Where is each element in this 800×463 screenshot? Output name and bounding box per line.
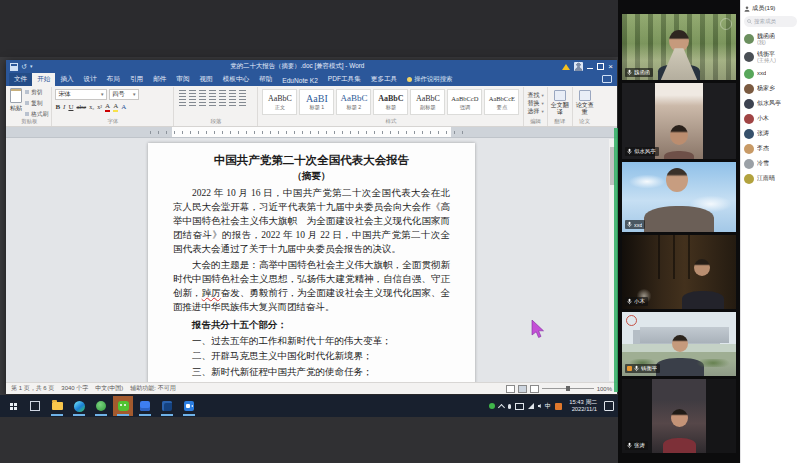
copy-button[interactable]: 复制 [25,99,48,108]
page-indicator[interactable]: 第 1 页，共 6 页 [11,384,54,393]
cut-button[interactable]: 剪切 [25,88,48,97]
paragraph-tool-icon[interactable] [239,99,246,106]
tray-display-icon[interactable] [515,403,524,410]
paragraph-tool-icon[interactable] [179,90,186,97]
video-tile[interactable]: xxd [622,162,736,232]
wechat-button[interactable] [113,396,133,416]
style-chip-2[interactable]: AaBbC标题 2 [336,89,371,115]
paragraph-tool-icon[interactable] [229,99,236,106]
participant-row[interactable]: 杨家乡 [741,81,800,96]
paragraph-tool-icon[interactable] [219,99,226,106]
file-explorer-button[interactable] [47,396,67,416]
language-indicator[interactable]: 中文(中国) [95,384,123,393]
web-layout-icon[interactable] [530,385,539,393]
font-size-select[interactable]: 四号▼ [109,89,139,100]
style-chip-1[interactable]: AaBI标题 1 [299,89,334,115]
font-btn-1[interactable]: I [63,103,65,111]
restore-button[interactable] [597,63,604,70]
font-btn-2[interactable]: U [68,103,73,111]
video-tile[interactable]: 魏函函 [622,14,736,80]
qq-button[interactable] [157,396,177,416]
ribbon-tab-6[interactable]: 邮件 [148,73,171,86]
video-tile[interactable]: 小木 [622,235,736,309]
video-tile[interactable]: 似水风亭 [622,83,736,159]
save-icon[interactable] [10,63,18,71]
video-tile[interactable]: 张涛 [622,379,736,453]
video-tile[interactable]: 钱衡平 [622,312,736,376]
paragraph-tool-icon[interactable] [209,90,216,97]
search-input[interactable]: 搜索成员 [744,16,797,27]
tray-wechat-icon[interactable] [555,403,562,410]
style-chip-4[interactable]: AaBbC副标题 [410,89,445,115]
participant-row[interactable]: 魏函函 (我) [741,30,800,48]
tray-network-icon[interactable] [528,403,534,409]
quick-access-caret-icon[interactable]: ▾ [30,64,33,69]
font-btn-6[interactable]: A [105,102,110,112]
meeting-app-button[interactable] [179,396,199,416]
participant-row[interactable]: 小木 [741,111,800,126]
ribbon-tab-11[interactable]: EduNote K2 [277,75,323,86]
comments-icon[interactable] [602,75,612,83]
ribbon-tab-8[interactable]: 视图 [195,73,218,86]
zoom-slider[interactable] [542,388,594,389]
style-chip-3[interactable]: AaBbC标题 [373,89,408,115]
participant-row[interactable]: 钱衡平 (主持人) [741,48,800,66]
read-mode-icon[interactable] [506,385,515,393]
font-btn-5[interactable]: x² [97,103,102,111]
ribbon-tab-5[interactable]: 引用 [125,73,148,86]
participant-row[interactable]: 李杰 [741,141,800,156]
style-chip-0[interactable]: AaBbC正文 [262,89,297,115]
editing-item-2[interactable]: 选择 [527,107,543,115]
tell-me-search[interactable]: 操作说明搜索 [407,75,452,86]
ribbon-tab-13[interactable]: 更多工具 [366,73,402,86]
font-btn-7[interactable]: A [113,102,118,112]
ruler[interactable] [6,127,617,138]
style-chip-5[interactable]: AaBbCcD强调 [447,89,482,115]
input-method-indicator[interactable]: 中 [545,402,552,411]
undo-icon[interactable]: ↺ [21,63,27,70]
task-view-button[interactable] [25,396,45,416]
font-btn-4[interactable]: x₂ [89,103,94,111]
paper-check-button[interactable]: 论文查重 [576,90,594,116]
ribbon-tab-0[interactable]: 文件 [9,73,32,86]
start-button[interactable] [3,396,23,416]
paragraph-tool-icon[interactable] [239,90,246,97]
participant-row[interactable]: 冷雪 [741,156,800,171]
docs-app-button[interactable] [135,396,155,416]
font-btn-0[interactable]: B [55,103,60,111]
document-page[interactable]: 中国共产党第二十次全国代表大会报告 （摘要） 2022 年 10 月 16 日，… [148,143,475,382]
participant-row[interactable]: xxd [741,66,800,81]
zoom-slider-thumb[interactable] [566,386,570,391]
ribbon-tab-7[interactable]: 审阅 [171,73,194,86]
ribbon-tab-12[interactable]: PDF工具集 [323,73,366,86]
paragraph-tool-icon[interactable] [189,99,196,106]
font-btn-3[interactable]: abc [76,103,86,111]
tray-chevron-up-icon[interactable] [498,403,505,410]
font-name-select[interactable]: 宋体▼ [55,89,107,100]
ribbon-tab-1[interactable]: 开始 [32,73,55,86]
paragraph-tool-icon[interactable] [179,99,186,106]
paragraph-tool-icon[interactable] [189,90,196,97]
participant-row[interactable]: 江雨晴 [741,171,800,186]
participant-row[interactable]: 似水风亭 [741,96,800,111]
paragraph-tool-icon[interactable] [199,99,206,106]
font-btn-8[interactable]: A [121,103,126,111]
style-chip-6[interactable]: AaBbCcE要点 [484,89,519,115]
taskbar-clock[interactable]: 15:43 周二 2022/11/1 [569,399,597,413]
zoom-level[interactable]: 100% [597,386,612,392]
tray-mic-icon[interactable] [508,404,511,409]
close-button[interactable]: × [608,63,613,71]
paragraph-tool-icon[interactable] [209,99,216,106]
account-avatar[interactable] [574,62,583,71]
minimize-button[interactable] [587,68,593,69]
tray-green-icon[interactable] [489,403,495,409]
paragraph-tool-icon[interactable] [199,90,206,97]
ribbon-tab-2[interactable]: 插入 [55,73,78,86]
paragraph-tool-icon[interactable] [229,90,236,97]
ribbon-tab-9[interactable]: 模板中心 [218,73,254,86]
ribbon-tab-3[interactable]: 设计 [79,73,102,86]
translate-button[interactable]: 全文翻译 [551,90,569,116]
edge-browser-button[interactable] [69,396,89,416]
ribbon-tab-10[interactable]: 帮助 [254,73,277,86]
paragraph-tool-icon[interactable] [219,90,226,97]
